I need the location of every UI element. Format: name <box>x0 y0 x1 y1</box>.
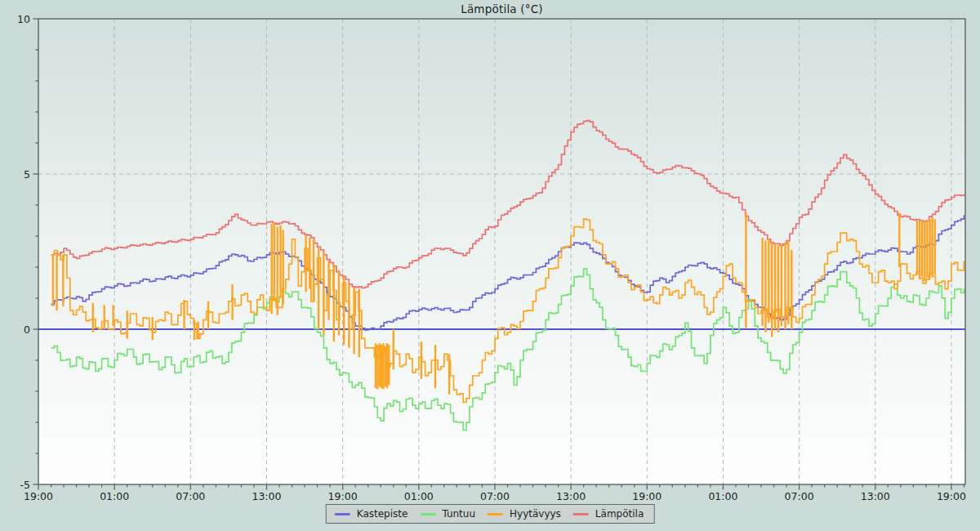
x-tick-label: 19:00 <box>24 490 53 502</box>
y-tick-label: 10 <box>17 13 30 25</box>
legend-item-label: Hyytävyys <box>510 508 561 520</box>
legend-swatch-icon <box>488 513 503 515</box>
legend-swatch-icon <box>335 513 350 515</box>
plot-svg: 19:0001:0007:0013:0019:0001:0007:0013:00… <box>0 0 980 531</box>
x-tick-label: 19:00 <box>937 490 966 502</box>
y-tick-label: 0 <box>24 324 30 336</box>
x-tick-label: 19:00 <box>328 490 358 502</box>
legend-item-label: Kastepiste <box>357 508 408 520</box>
temperature-chart: Lämpötila (°C) 19:0001:0007:0013:0019:00… <box>0 0 980 531</box>
x-tick-label: 13:00 <box>556 490 586 502</box>
x-tick-label: 07:00 <box>480 490 510 502</box>
y-tick-label: 5 <box>24 168 30 181</box>
x-tick-label: 01:00 <box>100 490 129 502</box>
x-tick-label: 07:00 <box>176 490 205 502</box>
x-tick-label: 07:00 <box>785 490 814 502</box>
legend-swatch-icon <box>420 513 435 515</box>
plot-background <box>38 19 965 484</box>
legend-item-label: Tuntuu <box>442 508 475 520</box>
legend-item-label: Lämpötila <box>595 508 644 520</box>
legend-swatch-icon <box>573 513 589 515</box>
x-tick-label: 01:00 <box>708 490 737 502</box>
legend-item-hyytävyys: Hyytävyys <box>488 508 561 520</box>
legend-item-kastepiste: Kastepiste <box>335 508 408 520</box>
legend: KastepisteTuntuuHyytävyysLämpötila <box>326 504 655 524</box>
x-tick-label: 13:00 <box>861 490 890 502</box>
legend-item-tuntuu: Tuntuu <box>420 508 475 520</box>
x-tick-label: 01:00 <box>404 490 434 502</box>
legend-item-lämpötila: Lämpötila <box>573 508 644 520</box>
x-tick-label: 19:00 <box>632 490 662 502</box>
x-tick-label: 13:00 <box>252 490 281 502</box>
y-tick-label: -5 <box>20 479 30 491</box>
